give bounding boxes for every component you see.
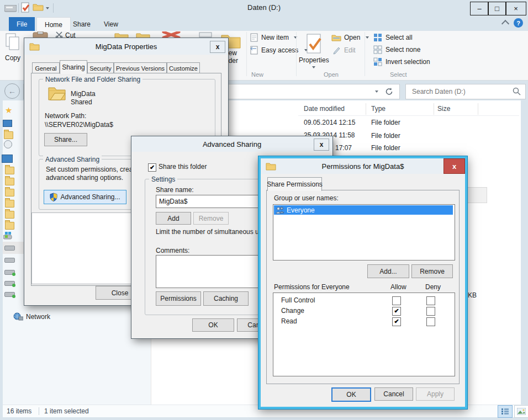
explorer-titlebar[interactable]: Daten (D:) – □ × bbox=[0, 0, 528, 17]
comments-textarea[interactable] bbox=[156, 255, 264, 288]
permissions-list[interactable]: Full Control Change ✔ Read ✔ bbox=[273, 293, 455, 376]
properties-close-icon[interactable]: x bbox=[210, 41, 225, 53]
edit-button[interactable]: Edit bbox=[344, 46, 356, 54]
advanced-sharing-button[interactable]: Advanced Sharing... bbox=[44, 190, 126, 204]
header-separator-2[interactable] bbox=[434, 103, 434, 115]
read-allow-checkbox[interactable]: ✔ bbox=[392, 317, 401, 326]
invert-selection-button[interactable]: Invert selection bbox=[386, 58, 430, 66]
desktop-icon[interactable] bbox=[3, 120, 12, 127]
permissions-cancel-button[interactable]: Cancel bbox=[374, 387, 413, 401]
header-separator[interactable] bbox=[366, 103, 366, 115]
recent-places-icon[interactable] bbox=[4, 140, 12, 148]
rename-icon[interactable] bbox=[199, 32, 212, 38]
permissions-button[interactable]: Permissions bbox=[156, 291, 201, 306]
back-button[interactable]: ← bbox=[4, 83, 20, 99]
file-row-date[interactable]: 09.05.2014 12:15 bbox=[304, 119, 355, 126]
nav-folder-icon[interactable] bbox=[5, 167, 14, 174]
copy-button[interactable]: Copy bbox=[1, 32, 24, 64]
open-button[interactable]: Open bbox=[344, 34, 360, 41]
full-control-deny-checkbox[interactable] bbox=[426, 296, 435, 305]
search-input[interactable] bbox=[411, 87, 507, 96]
column-header-type[interactable]: Type bbox=[371, 105, 386, 113]
nav-folder-icon[interactable] bbox=[5, 222, 14, 230]
favorites-star-icon[interactable]: ★ bbox=[5, 105, 12, 115]
details-view-icon bbox=[501, 408, 509, 415]
permissions-close-icon[interactable]: x bbox=[443, 158, 465, 174]
caching-button[interactable]: Caching bbox=[203, 291, 249, 306]
dialog-permissions: Permissions for MigData$ x Share Permiss… bbox=[258, 156, 467, 409]
permissions-add-button[interactable]: Add... bbox=[367, 264, 409, 278]
search-box[interactable] bbox=[405, 84, 526, 99]
drive-icon[interactable] bbox=[4, 258, 15, 263]
advanced-sharing-titlebar[interactable]: Advanced Sharing x bbox=[131, 136, 332, 152]
file-row-type[interactable]: File folder bbox=[371, 119, 400, 126]
permissions-titlebar[interactable]: Permissions for MigData$ x bbox=[261, 158, 465, 174]
network-drive-icon[interactable] bbox=[4, 281, 15, 286]
network-drive-icon[interactable] bbox=[4, 292, 15, 297]
permissions-remove-button[interactable]: Remove bbox=[411, 264, 453, 278]
tab-file[interactable]: File bbox=[9, 17, 35, 31]
add-share-button[interactable]: Add bbox=[156, 212, 191, 225]
downloads-folder-icon[interactable] bbox=[4, 131, 13, 139]
column-header-size[interactable]: Size bbox=[437, 105, 450, 113]
change-deny-checkbox[interactable] bbox=[426, 307, 435, 316]
select-all-icon bbox=[373, 33, 382, 42]
remove-share-button[interactable]: Remove bbox=[193, 212, 229, 225]
nav-folder-icon[interactable] bbox=[5, 178, 14, 185]
refresh-icon[interactable] bbox=[385, 87, 394, 96]
nav-item-network[interactable]: Network bbox=[13, 312, 80, 323]
address-dropdown-icon[interactable] bbox=[375, 91, 378, 93]
select-all-button[interactable]: Select all bbox=[386, 34, 413, 41]
nav-folder-icon[interactable] bbox=[5, 189, 14, 196]
share-button[interactable]: Share... bbox=[44, 133, 87, 146]
close-button[interactable]: × bbox=[505, 2, 526, 15]
select-none-button[interactable]: Select none bbox=[386, 46, 420, 54]
easy-access-button[interactable]: Easy access bbox=[261, 46, 298, 54]
read-deny-checkbox[interactable] bbox=[426, 317, 435, 326]
permissions-dialog-title: Permissions for MigData$ bbox=[322, 162, 404, 171]
copy-label: Copy bbox=[5, 54, 20, 62]
file-row-type[interactable]: File folder bbox=[371, 144, 400, 152]
maximize-button[interactable]: □ bbox=[488, 2, 506, 15]
nav-folder-icon[interactable] bbox=[5, 211, 14, 219]
thumbnails-view-button[interactable] bbox=[514, 405, 528, 418]
network-path-value: \\SERVER02\MigData$ bbox=[45, 121, 113, 129]
permissions-ok-button[interactable]: OK bbox=[331, 387, 371, 402]
minimize-button[interactable]: – bbox=[470, 2, 489, 15]
nav-folder-icon[interactable] bbox=[5, 200, 14, 208]
advanced-sharing-close-icon[interactable]: x bbox=[314, 139, 329, 151]
new-item-button[interactable]: New item bbox=[261, 34, 289, 41]
share-name-input[interactable]: MigData$ bbox=[156, 195, 265, 208]
open-dropdown-icon[interactable] bbox=[366, 36, 369, 39]
share-this-folder-checkbox[interactable]: ✔ bbox=[148, 163, 156, 172]
window-title: Daten (D:) bbox=[0, 3, 528, 12]
file-row-type[interactable]: File folder bbox=[371, 132, 400, 140]
help-icon[interactable]: ? bbox=[514, 18, 523, 28]
tab-share[interactable]: Share bbox=[65, 17, 98, 31]
ribbon-collapse-icon[interactable] bbox=[501, 20, 509, 28]
list-item-everyone[interactable]: Everyone bbox=[274, 205, 453, 215]
full-control-allow-checkbox[interactable] bbox=[392, 296, 401, 305]
advanced-ok-button[interactable]: OK bbox=[192, 318, 234, 332]
change-allow-checkbox[interactable]: ✔ bbox=[392, 307, 401, 316]
search-icon[interactable] bbox=[513, 87, 521, 95]
tab-sharing[interactable]: Sharing bbox=[60, 60, 87, 74]
file-row-time[interactable]: 17:07 bbox=[335, 144, 352, 152]
properties-dialog-titlebar[interactable]: MigData Properties x bbox=[24, 38, 228, 55]
network-drive-icon[interactable] bbox=[4, 270, 15, 275]
header-separator-3[interactable] bbox=[478, 103, 478, 115]
advanced-sharing-desc-2: advanced sharing options. bbox=[46, 174, 123, 182]
properties-button[interactable]: Properties bbox=[299, 32, 330, 72]
this-pc-icon[interactable] bbox=[2, 155, 13, 163]
data-drive-icon[interactable] bbox=[4, 246, 15, 251]
permissions-apply-button[interactable]: Apply bbox=[416, 387, 455, 401]
details-view-button[interactable] bbox=[498, 405, 513, 418]
tab-share-permissions[interactable]: Share Permissions bbox=[267, 177, 322, 191]
column-header-date-modified[interactable]: Date modified bbox=[304, 105, 345, 113]
tab-view[interactable]: View bbox=[96, 17, 126, 31]
group-user-list[interactable]: Everyone bbox=[273, 204, 455, 260]
properties-dropdown-icon bbox=[312, 66, 315, 68]
new-item-dropdown-icon[interactable] bbox=[294, 36, 297, 39]
system-drive-icon[interactable] bbox=[3, 232, 12, 240]
new-group-label: New bbox=[251, 71, 263, 78]
